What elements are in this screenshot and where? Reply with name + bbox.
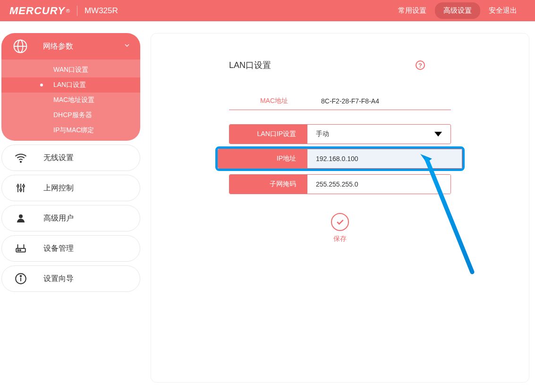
- sidebar-item-access-control[interactable]: 上网控制: [1, 175, 140, 201]
- router-icon: [11, 239, 30, 258]
- subnet-label: 子网掩码: [229, 175, 307, 194]
- ip-address-input[interactable]: [307, 149, 462, 168]
- sliders-icon: [11, 179, 30, 197]
- mac-value: 8C-F2-28-F7-F8-A4: [307, 97, 379, 105]
- sidebar-item-label: 网络参数: [43, 42, 73, 51]
- brand-logo: MERCURY: [9, 5, 65, 17]
- nav-logout[interactable]: 安全退出: [480, 2, 526, 19]
- nav-advanced-settings[interactable]: 高级设置: [435, 2, 480, 19]
- main-panel: LAN口设置 ? MAC地址 8C-F2-28-F7-F8-A4 LAN口IP设…: [151, 33, 529, 383]
- globe-icon: [11, 37, 30, 56]
- sidebar-item-network[interactable]: 网络参数: [1, 33, 140, 60]
- chevron-down-icon: [123, 42, 131, 51]
- sidebar: 网络参数 WAN口设置 LAN口设置 MAC地址设置 DHCP服务器 IP与MA…: [0, 33, 140, 296]
- subnet-input[interactable]: [307, 175, 450, 194]
- submenu-dhcp[interactable]: DHCP服务器: [1, 108, 140, 123]
- reg-mark: ®: [66, 8, 70, 14]
- help-icon[interactable]: ?: [416, 60, 425, 70]
- subnet-row: 子网掩码: [229, 174, 451, 194]
- submenu-lan[interactable]: LAN口设置: [1, 77, 140, 93]
- submenu-mac[interactable]: MAC地址设置: [1, 93, 140, 108]
- top-header: MERCURY ® MW325R 常用设置 高级设置 安全退出: [0, 0, 535, 21]
- wifi-icon: [11, 148, 30, 167]
- svg-point-3: [20, 162, 21, 162]
- check-icon: [331, 213, 349, 231]
- svg-point-14: [18, 250, 19, 251]
- ip-address-label: IP地址: [218, 149, 307, 168]
- save-label: 保存: [208, 235, 472, 243]
- nav-common-settings[interactable]: 常用设置: [390, 2, 435, 19]
- sidebar-item-label: 上网控制: [43, 183, 74, 193]
- svg-marker-19: [434, 132, 442, 136]
- sidebar-item-label: 设备管理: [43, 244, 74, 254]
- sidebar-item-label: 高级用户: [43, 213, 74, 223]
- mac-label: MAC地址: [229, 97, 307, 105]
- page-title: LAN口设置: [229, 60, 271, 71]
- sidebar-item-device-mgmt[interactable]: 设备管理: [1, 235, 140, 262]
- svg-point-7: [20, 189, 22, 191]
- svg-point-15: [20, 250, 21, 251]
- header-divider: [77, 6, 77, 16]
- sidebar-item-wizard[interactable]: 设置向导: [1, 265, 140, 292]
- submenu-ipmac[interactable]: IP与MAC绑定: [1, 123, 140, 138]
- sidebar-item-label: 设置向导: [43, 274, 74, 284]
- mac-row: MAC地址 8C-F2-28-F7-F8-A4: [229, 92, 451, 110]
- lan-ip-setting-select[interactable]: 手动: [307, 125, 450, 144]
- dropdown-arrow-icon: [434, 130, 442, 138]
- svg-point-9: [23, 185, 25, 187]
- ip-address-row: IP地址: [218, 149, 462, 169]
- sidebar-item-label: 无线设置: [43, 153, 74, 163]
- model-label: MW325R: [85, 6, 118, 16]
- lan-ip-setting-row: LAN口IP设置 手动: [229, 124, 451, 144]
- svg-point-18: [20, 275, 22, 277]
- user-icon: [11, 209, 30, 228]
- svg-point-5: [17, 185, 19, 187]
- info-icon: [11, 269, 30, 288]
- sidebar-item-advanced-user[interactable]: 高级用户: [1, 205, 140, 231]
- submenu-wan[interactable]: WAN口设置: [1, 62, 140, 77]
- svg-point-10: [19, 214, 23, 218]
- save-button[interactable]: 保存: [208, 213, 472, 243]
- sidebar-item-wireless[interactable]: 无线设置: [1, 145, 140, 171]
- lan-ip-setting-label: LAN口IP设置: [229, 125, 307, 144]
- lan-ip-setting-value: 手动: [316, 130, 329, 138]
- submenu-network: WAN口设置 LAN口设置 MAC地址设置 DHCP服务器 IP与MAC绑定: [1, 60, 140, 141]
